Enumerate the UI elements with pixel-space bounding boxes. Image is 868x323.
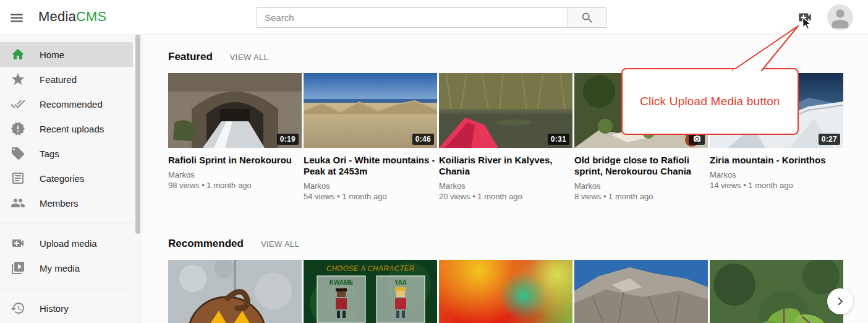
sidebar-item-home[interactable]: Home — [0, 42, 133, 67]
sidebar-item-label: Home — [40, 50, 64, 60]
sidebar-nav: Home Featured Recommended Recent uploads… — [0, 35, 143, 321]
video-thumbnail[interactable]: 0:19 — [168, 73, 302, 148]
history-icon — [11, 301, 25, 316]
video-thumbnail[interactable]: 0:31 — [439, 73, 572, 148]
video-title[interactable]: Koiliaris River in Kalyves, Chania — [439, 155, 572, 177]
search-button[interactable] — [568, 7, 606, 28]
hamburger-menu-icon[interactable] — [9, 10, 26, 25]
new-releases-icon — [11, 121, 25, 136]
search-bar — [257, 7, 606, 28]
pumpkin-craft-thumb-art — [168, 260, 302, 323]
video-meta: 8 views • 1 month ago — [574, 191, 708, 202]
tag-icon — [11, 146, 25, 161]
game-title-text: CHOOSE A CHARACTER — [326, 264, 415, 273]
search-input[interactable] — [257, 7, 568, 28]
video-thumbnail[interactable]: CHOOSE A CHARACTER KWAME YAA S — [304, 260, 437, 323]
recommended-view-all-link[interactable]: VIEW ALL — [261, 239, 299, 249]
video-title[interactable]: Old bridge close to Rafioli sprint, Nero… — [574, 155, 708, 177]
sidebar-item-label: My media — [40, 263, 80, 273]
sidebar-item-my-media[interactable]: My media — [0, 256, 133, 280]
done-all-icon — [11, 97, 25, 111]
carousel-next-button[interactable] — [827, 288, 853, 314]
camera-icon — [693, 135, 701, 143]
chevron-right-icon — [832, 293, 848, 309]
star-icon — [11, 72, 25, 87]
sidebar-item-label: Featured — [40, 74, 77, 85]
sidebar-item-members[interactable]: Members — [0, 191, 133, 215]
video-thumbnail[interactable] — [168, 260, 302, 323]
video-author[interactable]: Markos — [439, 181, 572, 191]
duration-badge: 0:46 — [412, 134, 434, 145]
user-avatar[interactable] — [827, 4, 853, 30]
sidebar-item-label: Members — [40, 198, 79, 209]
annotation-callout: Click Upload Media button — [621, 68, 799, 135]
duration-badge: 0:27 — [819, 134, 840, 145]
my-media-icon — [11, 261, 25, 275]
game-left-name: KWAME — [330, 279, 354, 286]
duration-badge: 0:31 — [548, 134, 569, 145]
section-title: Recommended — [168, 238, 244, 250]
video-author[interactable]: Markos — [710, 170, 843, 180]
sidebar-item-recent-uploads[interactable]: Recent uploads — [0, 116, 133, 141]
sidebar-item-upload-media[interactable]: Upload media — [0, 231, 133, 256]
mediacms-page: MediaCMS Home Featured — [0, 0, 868, 323]
duration-badge: 0:19 — [277, 134, 299, 145]
video-title[interactable]: Ziria mountain - Korinthos — [710, 155, 843, 166]
video-card: 0:19 Rafioli Sprint in Nerokourou Markos… — [168, 73, 302, 210]
video-meta: 14 views • 1 month ago — [710, 180, 843, 191]
video-author[interactable]: Markos — [168, 170, 302, 180]
sidebar-divider — [0, 288, 133, 288]
sidebar-item-label: Upload media — [40, 238, 97, 249]
video-author[interactable]: Markos — [304, 181, 437, 191]
logo-cms-text: CMS — [76, 9, 107, 24]
sidebar-item-recommended[interactable]: Recommended — [0, 92, 133, 116]
video-thumbnail[interactable]: 0:46 — [304, 73, 437, 148]
recommended-videos-row: CHOOSE A CHARACTER KWAME YAA S — [168, 260, 868, 323]
app-logo[interactable]: MediaCMS — [38, 9, 106, 25]
sidebar-item-label: Categories — [40, 173, 85, 184]
person-icon — [827, 4, 853, 30]
annotation-text: Click Upload Media button — [640, 95, 780, 108]
sidebar-item-label: Recent uploads — [40, 124, 104, 134]
section-title: Featured — [168, 51, 213, 63]
sidebar-scrollbar[interactable] — [135, 35, 140, 234]
sidebar-item-history[interactable]: History — [0, 296, 133, 321]
categories-icon — [11, 171, 25, 186]
video-thumbnail[interactable] — [574, 260, 708, 323]
game-character-select-thumb-art: CHOOSE A CHARACTER KWAME YAA S — [304, 260, 437, 323]
members-icon — [11, 196, 25, 210]
video-author[interactable]: Markos — [574, 181, 708, 191]
home-icon — [11, 47, 25, 62]
video-title[interactable]: Leuka Ori - White mountains - Peak at 24… — [304, 155, 437, 177]
annotation-callout-tail — [705, 22, 810, 72]
sidebar-item-label: Recommended — [40, 99, 103, 110]
upload-media-icon — [11, 236, 25, 251]
green-leaves-thumb-art — [710, 260, 843, 323]
logo-media-text: Media — [38, 9, 76, 24]
video-meta: 20 views • 1 month ago — [439, 191, 572, 202]
video-thumbnail[interactable] — [710, 260, 843, 323]
sidebar: Home Featured Recommended Recent uploads… — [0, 35, 143, 323]
video-card: 0:46 Leuka Ori - White mountains - Peak … — [304, 73, 437, 210]
sidebar-item-label: History — [40, 303, 69, 314]
recommended-section-header: Recommended VIEW ALL — [168, 238, 868, 250]
sidebar-item-featured[interactable]: Featured — [0, 67, 133, 92]
sidebar-item-tags[interactable]: Tags — [0, 141, 133, 166]
mouse-cursor-icon — [800, 16, 814, 31]
game-right-name: YAA — [394, 279, 407, 286]
video-title[interactable]: Rafioli Sprint in Nerokourou — [168, 155, 302, 166]
sidebar-divider — [0, 223, 133, 223]
video-meta: 98 views • 1 month ago — [168, 180, 302, 191]
video-thumbnail[interactable] — [439, 260, 572, 323]
video-meta: 54 views • 1 month ago — [304, 191, 437, 202]
featured-view-all-link[interactable]: VIEW ALL — [230, 53, 268, 62]
search-icon — [581, 11, 594, 25]
video-card: 0:31 Koiliaris River in Kalyves, Chania … — [439, 73, 572, 210]
sidebar-item-label: Tags — [40, 149, 59, 159]
sidebar-item-categories[interactable]: Categories — [0, 166, 133, 191]
rocky-mountain-thumb-art — [574, 260, 708, 323]
